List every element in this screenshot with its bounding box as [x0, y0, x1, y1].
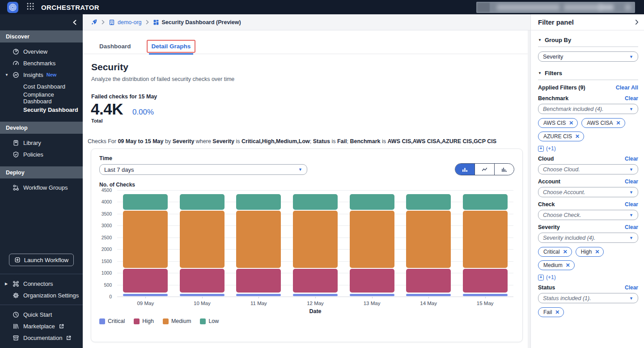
sidebar-item-insights[interactable]: ▼InsightsNew	[0, 69, 83, 81]
filter-clear-link[interactable]: Clear	[625, 201, 638, 208]
sidebar-item-policies[interactable]: Policies	[0, 149, 83, 160]
bar-segment-critical-12-may[interactable]	[293, 294, 338, 296]
bar-segment-high-14-may[interactable]	[406, 269, 451, 293]
filter-chip-aws-cis[interactable]: AWS CIS✕	[538, 118, 578, 128]
breadcrumb-home-rocket-icon[interactable]	[91, 19, 97, 25]
bar-segment-medium-15-may[interactable]	[463, 211, 508, 267]
group-by-section-header[interactable]: ▼ Group By	[538, 37, 638, 47]
bar-segment-low-10-may[interactable]	[180, 194, 225, 210]
chip-close-icon[interactable]: ✕	[595, 249, 599, 255]
sidebar-item-label: Workflow Groups	[23, 184, 68, 191]
chip-label: AWS CISA	[587, 120, 613, 126]
tab-detail-graphs[interactable]: Detail Graphs	[151, 41, 192, 54]
sidebar-item-marketplace[interactable]: Marketplace	[0, 320, 83, 332]
bar-segment-medium-10-may[interactable]	[180, 211, 225, 267]
bar-segment-critical-11-may[interactable]	[236, 294, 281, 296]
redacted-user-info	[476, 2, 635, 13]
filter-select[interactable]: Choose Cloud. ▼	[538, 164, 638, 174]
filter-clear-link[interactable]: Clear	[625, 224, 638, 230]
chip-close-icon[interactable]: ✕	[575, 133, 580, 140]
clear-all-link[interactable]: Clear All	[616, 85, 638, 91]
sidebar-item-benchmarks[interactable]: Benchmarks	[0, 57, 83, 69]
sidebar-item-organization-settings[interactable]: Organization Settings	[0, 289, 83, 301]
bar-segment-critical-14-may[interactable]	[406, 294, 451, 296]
launch-workflow-button[interactable]: Launch Workflow	[9, 254, 74, 266]
filters-section-header[interactable]: ▼ Filters	[538, 70, 638, 80]
bar-segment-medium-11-may[interactable]	[236, 211, 281, 267]
filter-clear-link[interactable]: Clear	[625, 284, 638, 291]
sidebar-collapse-icon[interactable]	[72, 19, 77, 25]
bar-segment-low-15-may[interactable]	[463, 194, 508, 210]
chip-close-icon[interactable]: ✕	[566, 262, 570, 268]
legend-item-high[interactable]: High	[134, 318, 154, 324]
bar-segment-critical-09-may[interactable]	[123, 294, 168, 296]
sidebar-item-cost-dashboard[interactable]: Cost Dashboard	[0, 81, 83, 92]
dashboard-grid-icon	[153, 19, 159, 25]
bar-segment-medium-13-may[interactable]	[350, 211, 394, 267]
legend-item-medium[interactable]: Medium	[163, 318, 191, 324]
bar-segment-high-10-may[interactable]	[180, 269, 225, 293]
bar-segment-low-12-may[interactable]	[293, 194, 338, 210]
stacked-bar-chart-button[interactable]	[455, 164, 475, 175]
sidebar-item-quick-start[interactable]: Quick Start	[0, 309, 83, 320]
chip-close-icon[interactable]: ✕	[616, 120, 621, 126]
bar-segment-low-13-may[interactable]	[350, 194, 394, 210]
filter-select[interactable]: Severity included (4). ▼	[538, 233, 638, 243]
legend-item-critical[interactable]: Critical	[99, 318, 125, 324]
filter-chip-high[interactable]: High✕	[576, 247, 604, 257]
bar-segment-medium-12-may[interactable]	[293, 211, 338, 267]
chip-close-icon[interactable]: ✕	[569, 120, 573, 126]
bar-segment-medium-09-may[interactable]	[123, 211, 168, 267]
bar-segment-high-15-may[interactable]	[463, 269, 508, 293]
bar-segment-high-13-may[interactable]	[350, 269, 394, 293]
bar-segment-low-14-may[interactable]	[406, 194, 451, 210]
external-link-icon	[66, 335, 72, 341]
line-chart-button[interactable]	[475, 164, 494, 175]
bar-segment-medium-14-may[interactable]	[406, 211, 451, 267]
sidebar-item-overview[interactable]: Overview	[0, 46, 83, 57]
bar-segment-high-12-may[interactable]	[293, 269, 338, 293]
breadcrumb-org-link[interactable]: demo-org	[109, 19, 142, 25]
expander-right-icon[interactable]: ▶	[5, 282, 8, 286]
bar-segment-critical-15-may[interactable]	[463, 294, 508, 296]
filter-chip-azure-cis[interactable]: AZURE CIS✕	[538, 132, 584, 141]
bar-segment-low-09-may[interactable]	[123, 194, 168, 210]
sidebar-item-security-dashboard[interactable]: Security Dashboard	[0, 104, 83, 115]
filter-chip-critical[interactable]: Critical✕	[538, 247, 572, 257]
legend-label: Low	[208, 318, 219, 324]
sidebar-item-compliance-dashboard[interactable]: Compliance Dashboard	[0, 92, 83, 104]
filter-chip-medium[interactable]: Medium✕	[538, 260, 575, 270]
sidebar-item-connectors[interactable]: ▶Connectors	[0, 278, 83, 289]
expander-down-icon[interactable]: ▼	[5, 73, 8, 77]
sidebar-item-library[interactable]: Library	[0, 137, 83, 149]
bar-segment-low-11-may[interactable]	[236, 194, 281, 210]
show-more-filters-link[interactable]: + (+1)	[538, 145, 638, 152]
filter-chip-aws-cisa[interactable]: AWS CISA✕	[581, 118, 625, 128]
filter-chip-fail[interactable]: Fail✕	[538, 307, 564, 317]
bar-chart-button[interactable]	[494, 164, 514, 175]
sidebar-item-documentation[interactable]: Documentation	[0, 332, 83, 344]
x-tick-label: 13 May	[364, 301, 381, 306]
app-launcher-grid-icon[interactable]	[26, 2, 35, 13]
filter-clear-link[interactable]: Clear	[625, 95, 638, 102]
chip-close-icon[interactable]: ✕	[555, 309, 559, 315]
app-logo-icon[interactable]	[7, 2, 18, 13]
bar-segment-high-09-may[interactable]	[123, 269, 168, 293]
group-by-select[interactable]: Severity ▼	[538, 51, 638, 62]
bar-segment-high-11-may[interactable]	[236, 269, 281, 293]
filter-panel-collapse-icon[interactable]	[635, 19, 639, 25]
filter-select[interactable]: Status included (1). ▼	[538, 293, 638, 303]
legend-item-low[interactable]: Low	[200, 318, 219, 324]
bar-segment-critical-13-may[interactable]	[350, 294, 394, 296]
filter-clear-link[interactable]: Clear	[625, 178, 638, 185]
time-range-select[interactable]: Last 7 days ▼	[99, 164, 307, 175]
filter-clear-link[interactable]: Clear	[625, 156, 638, 162]
sidebar-item-workflow-groups[interactable]: Workflow Groups	[0, 182, 83, 193]
bar-segment-critical-10-may[interactable]	[180, 294, 225, 296]
chip-close-icon[interactable]: ✕	[563, 249, 568, 255]
filter-select[interactable]: Benchmark included (4). ▼	[538, 104, 638, 114]
filter-select[interactable]: Choose Check. ▼	[538, 210, 638, 220]
filter-select[interactable]: Choose Account. ▼	[538, 187, 638, 197]
tab-dashboard[interactable]: Dashboard	[98, 41, 132, 54]
show-more-filters-link[interactable]: + (+1)	[538, 274, 638, 280]
